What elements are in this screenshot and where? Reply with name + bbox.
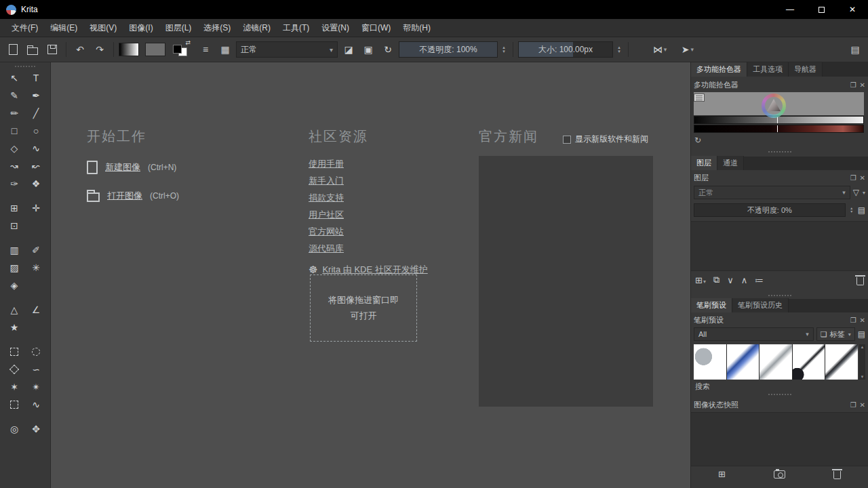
fill-tool[interactable]: ◈: [5, 277, 23, 293]
toolbox-drag-handle[interactable]: [15, 66, 35, 67]
news-checkbox[interactable]: [563, 136, 571, 144]
snapshot-list-area[interactable]: [691, 412, 868, 466]
rect-select-tool[interactable]: [5, 344, 23, 359]
select-shapes-tool[interactable]: ↖: [5, 70, 23, 85]
duplicate-layer-button[interactable]: ⧉: [713, 274, 719, 285]
reference-images-tool[interactable]: ★: [5, 319, 23, 335]
bezier-select-tool[interactable]: [5, 396, 23, 412]
menu-tools[interactable]: 工具(T): [277, 19, 315, 37]
brush-preset-pencil[interactable]: [825, 344, 858, 380]
delete-layer-button[interactable]: [856, 275, 864, 285]
tab-brush-presets[interactable]: 笔刷预设: [691, 298, 732, 312]
docker-splitter-handle[interactable]: [768, 394, 791, 395]
pattern-edit-tool[interactable]: ▨: [5, 260, 23, 275]
crop-tool[interactable]: ⊡: [5, 218, 23, 233]
foreground-background-color[interactable]: ⇄: [172, 41, 191, 58]
tab-brush-preset-history[interactable]: 笔刷预设历史: [732, 298, 789, 312]
color-sampler-tool[interactable]: ✐: [27, 242, 45, 258]
pattern-fill-button[interactable]: ▣: [359, 41, 377, 58]
tab-channels[interactable]: 通道: [717, 156, 744, 170]
brush-presets-button[interactable]: ▦: [216, 41, 234, 58]
layer-list-area[interactable]: [691, 221, 868, 271]
brush-preset-eraser-circle[interactable]: [694, 344, 726, 380]
new-image-link[interactable]: 新建图像: [105, 161, 140, 174]
opacity-slider[interactable]: 不透明度: 100%: [399, 41, 498, 58]
text-tool[interactable]: T: [27, 70, 45, 85]
link-user-manual[interactable]: 使用手册: [309, 155, 428, 172]
dynamic-brush-tool[interactable]: ✑: [5, 176, 23, 191]
hue-ring-selector[interactable]: [762, 94, 786, 118]
take-snapshot-button[interactable]: [774, 470, 785, 479]
layer-opacity-slider[interactable]: 不透明度: 0%: [694, 203, 846, 217]
pan-tool[interactable]: ✥: [27, 421, 45, 436]
link-source-code[interactable]: 源代码库: [309, 240, 428, 257]
tab-advanced-color-selector[interactable]: 多功能拾色器: [691, 62, 747, 77]
close-docker-icon[interactable]: ✕: [860, 174, 865, 182]
tab-tool-options[interactable]: 工具选项: [747, 62, 789, 77]
choose-workspace-button[interactable]: ▤: [846, 41, 864, 58]
polyline-tool[interactable]: ∿: [27, 140, 45, 156]
value-gradient-bar[interactable]: [694, 116, 864, 124]
similar-color-select-tool[interactable]: ✴: [27, 379, 45, 394]
brush-display-mode-icon[interactable]: ▤: [858, 329, 865, 339]
ellipse-tool[interactable]: ○: [27, 123, 45, 138]
magnetic-select-tool[interactable]: ∿: [27, 396, 45, 412]
menu-layer[interactable]: 图层(L): [159, 19, 198, 37]
brush-size-slider[interactable]: 大小: 100.00px: [518, 41, 613, 58]
gradient-tool[interactable]: ▥: [5, 242, 23, 258]
menu-file[interactable]: 文件(F): [5, 19, 44, 37]
brush-preset-ink-pen[interactable]: [793, 344, 825, 380]
swap-colors-icon[interactable]: ⇄: [185, 39, 191, 46]
link-getting-started[interactable]: 新手入门: [309, 172, 428, 189]
gradient-chooser-swatch[interactable]: [119, 43, 139, 56]
brush-preset-eraser-blue[interactable]: [727, 344, 760, 380]
menu-select[interactable]: 选择(S): [197, 19, 237, 37]
menu-filter[interactable]: 滤镜(R): [237, 19, 277, 37]
link-user-community[interactable]: 用户社区: [309, 206, 428, 223]
tab-layers[interactable]: 图层: [691, 156, 717, 170]
layer-blending-dropdown[interactable]: 正常 ▾: [694, 186, 850, 199]
brush-editor-button[interactable]: ≡: [197, 41, 214, 58]
link-krita-website[interactable]: 官方网站: [309, 223, 428, 240]
float-docker-icon[interactable]: ❐: [850, 401, 856, 409]
zoom-tool[interactable]: ◎: [5, 421, 23, 436]
add-layer-button[interactable]: ⊞▾: [695, 275, 706, 285]
pattern-chooser-swatch[interactable]: [145, 43, 165, 56]
freehand-path-tool[interactable]: ↜: [27, 158, 45, 174]
menu-window[interactable]: 窗口(W): [355, 19, 397, 37]
move-layer-up-button[interactable]: ∧: [741, 275, 748, 285]
blending-mode-dropdown[interactable]: 正常 ▾: [236, 41, 338, 58]
maximize-button[interactable]: [806, 0, 837, 19]
docker-splitter-handle[interactable]: [768, 151, 791, 152]
measure-tool[interactable]: ∠: [27, 302, 45, 317]
eraser-mode-button[interactable]: ◪: [340, 41, 357, 58]
contiguous-select-tool[interactable]: ✶: [5, 379, 23, 394]
calligraphy-tool[interactable]: ✒: [27, 87, 45, 103]
wrap-around-button[interactable]: ➤ ▾: [679, 41, 696, 58]
float-docker-icon[interactable]: ❐: [850, 81, 856, 89]
layer-filter-funnel-icon[interactable]: ▽: [853, 188, 859, 197]
close-docker-icon[interactable]: ✕: [860, 81, 865, 89]
opacity-spinner[interactable]: ▴ ▾: [500, 41, 508, 58]
size-spinner[interactable]: ▴ ▾: [615, 41, 623, 58]
move-tool[interactable]: ✛: [27, 200, 45, 216]
link-support-krita[interactable]: 捐款支持: [309, 189, 428, 206]
freehand-select-tool[interactable]: ∽: [27, 361, 45, 377]
brush-preset-eraser-soft[interactable]: [760, 344, 792, 380]
color-selector-settings-button[interactable]: [694, 94, 705, 102]
brush-search-field[interactable]: 搜索: [695, 382, 710, 392]
save-button[interactable]: [43, 41, 61, 58]
docker-splitter-handle[interactable]: [768, 295, 791, 296]
float-docker-icon[interactable]: ❐: [850, 317, 856, 324]
ellipse-select-tool[interactable]: [27, 344, 45, 359]
multibrush-tool[interactable]: ❖: [27, 176, 45, 191]
move-layer-down-button[interactable]: ∨: [727, 275, 734, 285]
bezier-curve-tool[interactable]: ↝: [5, 158, 23, 174]
tag-button[interactable]: ❏ 标签 ▾: [816, 327, 855, 341]
menu-settings[interactable]: 设置(N): [315, 19, 355, 37]
float-docker-icon[interactable]: ❐: [850, 174, 856, 182]
assistants-tool[interactable]: △: [5, 302, 23, 317]
close-button[interactable]: ✕: [837, 0, 868, 19]
freehand-brush-tool[interactable]: ✏: [5, 105, 23, 121]
layer-properties-panel-icon[interactable]: ▤: [858, 205, 865, 215]
